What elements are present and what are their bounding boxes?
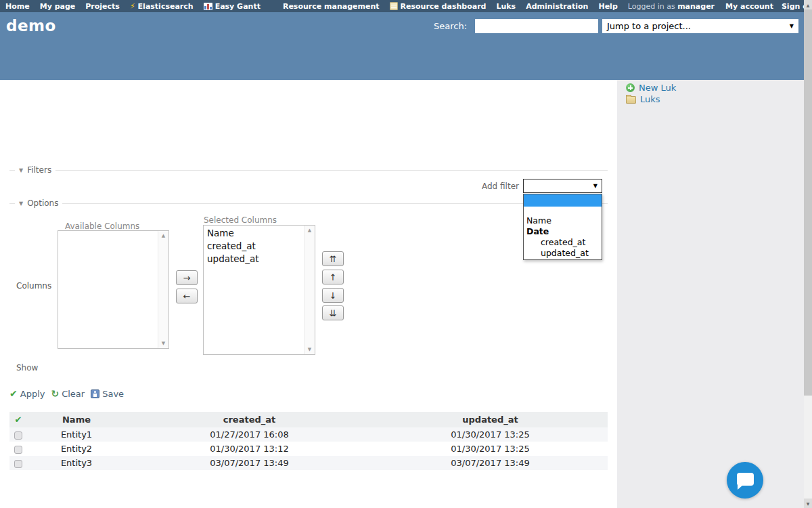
- clear-button[interactable]: ↻ Clear: [51, 388, 85, 399]
- cell-updated-at: 01/30/2017 13:25: [373, 442, 608, 456]
- apply-button[interactable]: ✔ Apply: [9, 388, 45, 399]
- move-down-button[interactable]: ↓: [322, 288, 344, 303]
- cell-updated-at: 01/30/2017 13:25: [373, 427, 608, 442]
- collapse-arrow-icon: ▼: [19, 200, 23, 207]
- search-input[interactable]: [475, 19, 598, 33]
- menu-home[interactable]: Home: [5, 2, 30, 11]
- menu-help[interactable]: Help: [598, 2, 617, 11]
- scroll-up-icon: ▲: [162, 233, 165, 238]
- menu-resource-dashboard[interactable]: Resource dashboard: [390, 2, 487, 11]
- dropdown-option-name[interactable]: Name: [524, 215, 602, 226]
- reload-icon: ↻: [51, 388, 59, 399]
- move-left-button[interactable]: ←: [176, 289, 198, 303]
- available-columns-listbox[interactable]: ▲ ▼: [58, 230, 169, 349]
- selected-columns-label: Selected Columns: [204, 215, 277, 225]
- cell-created-at: 01/27/2017 16:08: [126, 427, 373, 442]
- sidebar-item-luks[interactable]: Luks: [626, 93, 804, 105]
- scroll-down-icon: ▼: [308, 347, 311, 352]
- main-content: ▼ Filters Add filter ▼ Name Date created…: [0, 80, 617, 508]
- dropdown-option-empty-selected[interactable]: [524, 194, 602, 207]
- scroll-up-icon[interactable]: ▲: [804, 0, 812, 9]
- chat-bubble-icon: [737, 473, 754, 486]
- save-button[interactable]: Save: [91, 389, 124, 399]
- move-to-top-button[interactable]: ⇈: [322, 251, 344, 266]
- columns-label: Columns: [16, 281, 51, 291]
- table-row: Entity2 01/30/2017 13:12 01/30/2017 13:2…: [9, 442, 608, 456]
- sidebar: New Luk Luks: [617, 80, 804, 508]
- listbox-scrollbar[interactable]: ▲ ▼: [304, 226, 315, 354]
- dropdown-group-date: Date: [524, 226, 602, 237]
- row-checkbox[interactable]: [14, 446, 22, 454]
- folder-icon: [626, 96, 636, 104]
- row-checkbox[interactable]: [14, 460, 22, 468]
- chat-button[interactable]: [727, 462, 763, 499]
- menu-administration[interactable]: Administration: [526, 2, 588, 11]
- filters-legend-toggle[interactable]: ▼ Filters: [15, 165, 55, 175]
- filter-actions: ✔ Apply ↻ Clear Save: [9, 388, 124, 399]
- selected-columns-items: Name created_at updated_at: [207, 227, 302, 266]
- column-header-updated-at[interactable]: updated_at: [373, 412, 608, 427]
- add-filter-select[interactable]: ▼: [523, 179, 602, 193]
- sidebar-item-new-luk[interactable]: New Luk: [626, 82, 804, 93]
- menu-resource-management[interactable]: Resource management: [283, 2, 380, 11]
- top-menu-bar: Home My page Projects ⚡ Elasticsearch Ea…: [0, 0, 804, 12]
- options-fieldset-line: [9, 203, 608, 204]
- cell-name: Entity3: [27, 456, 126, 470]
- cell-updated-at: 03/07/2017 13:49: [373, 456, 608, 470]
- list-item[interactable]: updated_at: [207, 253, 302, 266]
- page-header: demo Search: Jump to a project... ▼: [0, 12, 804, 80]
- options-legend-toggle[interactable]: ▼ Options: [15, 198, 62, 208]
- dropdown-option-empty[interactable]: [524, 207, 602, 215]
- entities-table: ✔ Name created_at updated_at Entity1 01/…: [9, 412, 608, 470]
- select-all-header[interactable]: ✔: [9, 412, 27, 427]
- add-icon: [626, 83, 635, 92]
- move-right-button[interactable]: →: [176, 270, 198, 285]
- cell-created-at: 01/30/2017 13:12: [126, 442, 373, 456]
- lightning-icon: ⚡: [130, 2, 135, 11]
- dashboard-icon: [390, 2, 398, 10]
- move-to-bottom-button[interactable]: ⇊: [322, 305, 344, 320]
- column-header-created-at[interactable]: created_at: [126, 412, 373, 427]
- collapse-arrow-icon: ▼: [19, 167, 23, 173]
- list-item[interactable]: created_at: [207, 240, 302, 253]
- row-checkbox[interactable]: [14, 431, 22, 440]
- table-row: Entity1 01/27/2017 16:08 01/30/2017 13:2…: [9, 427, 608, 442]
- scrollbar-thumb[interactable]: [804, 9, 812, 396]
- scroll-down-icon[interactable]: ▼: [804, 499, 812, 508]
- selected-columns-listbox[interactable]: Name created_at updated_at ▲ ▼: [203, 225, 315, 355]
- dropdown-option-created-at[interactable]: created_at: [524, 237, 602, 248]
- save-floppy-icon: [91, 389, 99, 398]
- add-filter-dropdown-list: Name Date created_at updated_at: [523, 194, 602, 260]
- filters-fieldset-line: [9, 170, 608, 171]
- page-scrollbar[interactable]: ▲ ▼: [804, 0, 812, 508]
- column-header-name[interactable]: Name: [27, 412, 126, 427]
- check-icon: ✔: [15, 415, 22, 425]
- gantt-chart-icon: [204, 3, 212, 10]
- menu-projects[interactable]: Projects: [85, 2, 120, 11]
- scroll-up-icon: ▲: [308, 228, 311, 233]
- menu-elasticsearch[interactable]: ⚡ Elasticsearch: [130, 2, 194, 11]
- cell-name: Entity1: [27, 427, 126, 442]
- jump-to-project-select[interactable]: Jump to a project... ▼: [602, 19, 798, 33]
- scroll-down-icon: ▼: [162, 341, 165, 346]
- username: manager: [677, 2, 715, 11]
- cell-name: Entity2: [27, 442, 126, 456]
- chevron-down-icon: ▼: [593, 183, 597, 189]
- my-account-link[interactable]: My account: [725, 2, 773, 11]
- table-row: Entity3 03/07/2017 13:49 03/07/2017 13:4…: [9, 456, 608, 470]
- move-up-button[interactable]: ↑: [322, 270, 344, 284]
- available-columns-label: Available Columns: [65, 221, 139, 231]
- menu-my-page[interactable]: My page: [40, 2, 76, 11]
- menu-easy-gantt[interactable]: Easy Gantt: [204, 2, 261, 11]
- show-label: Show: [16, 363, 38, 373]
- menu-luks[interactable]: Luks: [496, 2, 516, 11]
- chevron-down-icon: ▼: [790, 23, 794, 29]
- check-icon: ✔: [9, 388, 18, 399]
- list-item[interactable]: Name: [207, 227, 302, 240]
- cell-created-at: 03/07/2017 13:49: [126, 456, 373, 470]
- page-title: demo: [6, 17, 56, 35]
- search-label: Search:: [434, 21, 467, 31]
- table-header-row: ✔ Name created_at updated_at: [9, 412, 608, 427]
- dropdown-option-updated-at[interactable]: updated_at: [524, 248, 602, 259]
- listbox-scrollbar[interactable]: ▲ ▼: [158, 231, 168, 348]
